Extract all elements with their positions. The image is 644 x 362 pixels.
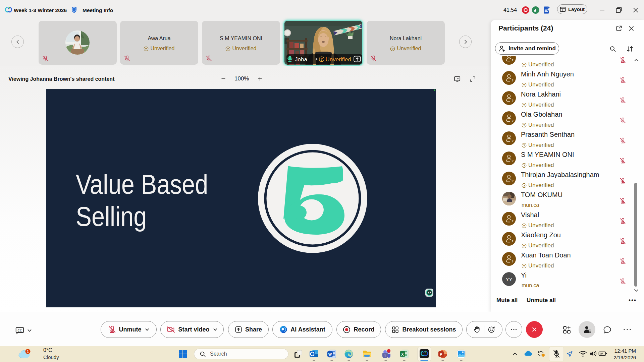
svg-text:1: 1 (27, 350, 29, 354)
svg-text:Unverified: Unverified (326, 56, 352, 63)
svg-text:W: W (328, 352, 332, 356)
svg-text:T: T (384, 354, 386, 357)
svg-text:X: X (401, 352, 404, 356)
svg-text:?: ? (321, 57, 323, 61)
svg-text:Joha...: Joha... (295, 56, 312, 63)
svg-text:YY: YY (505, 277, 512, 282)
svg-text:CC: CC (18, 329, 22, 332)
svg-text:P: P (440, 352, 442, 356)
